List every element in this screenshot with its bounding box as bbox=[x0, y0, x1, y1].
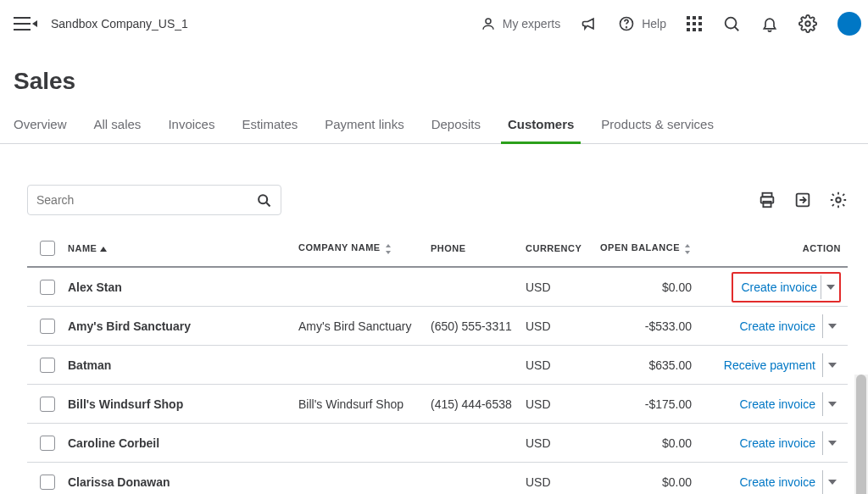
row-action-link[interactable]: Create invoice bbox=[738, 277, 821, 297]
help-icon bbox=[618, 15, 635, 32]
customer-name[interactable]: Clarissa Donawan bbox=[68, 475, 298, 489]
sales-tabs: OverviewAll salesInvoicesEstimatesPaymen… bbox=[0, 105, 868, 144]
customer-name[interactable]: Batman bbox=[68, 358, 298, 372]
customer-balance: $0.00 bbox=[597, 280, 702, 294]
gear-icon[interactable] bbox=[798, 14, 817, 33]
svg-line-7 bbox=[266, 203, 270, 206]
company-name[interactable]: Sandbox Company_US_1 bbox=[51, 17, 188, 31]
col-header-balance[interactable]: OPEN BALANCE bbox=[597, 242, 702, 253]
tab-products-services[interactable]: Products & services bbox=[601, 105, 714, 143]
top-bar: Sandbox Company_US_1 My experts Help bbox=[0, 0, 868, 47]
row-action-caret[interactable] bbox=[822, 314, 841, 338]
row-checkbox[interactable] bbox=[40, 319, 55, 334]
col-header-action: ACTION bbox=[702, 243, 848, 253]
toolbar-right bbox=[758, 191, 848, 209]
print-icon[interactable] bbox=[758, 191, 776, 209]
my-experts-label: My experts bbox=[503, 17, 560, 31]
select-all-checkbox[interactable] bbox=[40, 241, 55, 256]
tab-deposits[interactable]: Deposits bbox=[431, 105, 481, 143]
customer-balance: -$175.00 bbox=[597, 397, 702, 411]
row-action-caret[interactable] bbox=[821, 275, 839, 299]
row-action-caret[interactable] bbox=[822, 392, 841, 416]
col-header-company[interactable]: COMPANY NAME bbox=[298, 242, 431, 253]
customer-currency: USD bbox=[526, 358, 597, 372]
row-action-caret[interactable] bbox=[822, 470, 841, 494]
customers-list-area: NAME COMPANY NAME PHONE CURRENCY OPEN BA… bbox=[0, 144, 868, 494]
table-row: Alex StanUSD$0.00Create invoice bbox=[27, 268, 848, 307]
person-icon bbox=[481, 16, 496, 31]
col-header-name[interactable]: NAME bbox=[68, 243, 298, 253]
row-action-link[interactable]: Create invoice bbox=[737, 394, 820, 414]
top-right-actions: My experts Help bbox=[481, 12, 854, 36]
row-action-caret[interactable] bbox=[822, 353, 841, 377]
customer-phone: (650) 555-3311 bbox=[431, 319, 526, 333]
tab-payment-links[interactable]: Payment links bbox=[325, 105, 403, 143]
row-checkbox[interactable] bbox=[40, 280, 55, 295]
customers-table: NAME COMPANY NAME PHONE CURRENCY OPEN BA… bbox=[27, 230, 848, 494]
help-link[interactable]: Help bbox=[618, 15, 666, 32]
svg-point-2 bbox=[626, 27, 627, 28]
customer-name[interactable]: Caroline Corbeil bbox=[68, 436, 298, 450]
megaphone-icon[interactable] bbox=[581, 15, 598, 32]
help-label: Help bbox=[642, 17, 666, 31]
row-action-caret[interactable] bbox=[822, 431, 841, 455]
search-input[interactable] bbox=[36, 193, 255, 207]
row-action-link[interactable]: Receive payment bbox=[721, 355, 819, 375]
svg-line-4 bbox=[735, 27, 739, 31]
customer-balance: -$533.00 bbox=[597, 319, 702, 333]
customer-balance: $635.00 bbox=[597, 358, 702, 372]
chevron-down-icon bbox=[828, 363, 837, 368]
row-action-link[interactable]: Create invoice bbox=[737, 472, 820, 492]
customer-balance: $0.00 bbox=[597, 475, 702, 489]
customer-phone: (415) 444-6538 bbox=[431, 397, 526, 411]
customer-currency: USD bbox=[526, 319, 597, 333]
menu-toggle-icon[interactable] bbox=[14, 17, 31, 31]
tab-estimates[interactable]: Estimates bbox=[242, 105, 298, 143]
sort-icon bbox=[384, 244, 392, 254]
table-row: BatmanUSD$635.00Receive payment bbox=[27, 346, 848, 385]
chevron-down-icon bbox=[826, 285, 835, 290]
chevron-down-icon bbox=[828, 324, 837, 329]
svg-point-3 bbox=[726, 18, 737, 29]
row-action-link[interactable]: Create invoice bbox=[737, 316, 820, 336]
search-icon[interactable] bbox=[722, 14, 741, 33]
chevron-down-icon bbox=[828, 441, 837, 446]
customer-name[interactable]: Bill's Windsurf Shop bbox=[68, 397, 298, 411]
customer-currency: USD bbox=[526, 475, 597, 489]
page-title: Sales bbox=[0, 47, 868, 105]
export-icon[interactable] bbox=[793, 191, 812, 209]
customer-name[interactable]: Alex Stan bbox=[68, 280, 298, 294]
sort-icon bbox=[683, 244, 692, 254]
row-checkbox[interactable] bbox=[40, 397, 55, 412]
tab-customers[interactable]: Customers bbox=[508, 105, 574, 143]
customer-company: Bill's Windsurf Shop bbox=[298, 397, 431, 411]
tab-invoices[interactable]: Invoices bbox=[168, 105, 214, 143]
chevron-down-icon bbox=[828, 480, 837, 485]
sort-asc-icon bbox=[100, 247, 107, 252]
table-row: Clarissa DonawanUSD$0.00Create invoice bbox=[27, 463, 848, 494]
avatar[interactable] bbox=[837, 12, 861, 36]
row-action-link[interactable]: Create invoice bbox=[737, 433, 820, 453]
row-checkbox[interactable] bbox=[40, 436, 55, 451]
search-box[interactable] bbox=[27, 185, 281, 215]
table-settings-icon[interactable] bbox=[829, 191, 848, 209]
table-row: Caroline CorbeilUSD$0.00Create invoice bbox=[27, 424, 848, 463]
tab-overview[interactable]: Overview bbox=[14, 105, 67, 143]
col-header-phone[interactable]: PHONE bbox=[431, 243, 526, 253]
scrollbar-thumb[interactable] bbox=[856, 375, 866, 494]
row-checkbox[interactable] bbox=[40, 358, 55, 373]
customer-currency: USD bbox=[526, 397, 597, 411]
tab-all-sales[interactable]: All sales bbox=[94, 105, 142, 143]
apps-icon[interactable] bbox=[687, 16, 702, 31]
scrollbar-track[interactable] bbox=[854, 375, 868, 494]
svg-point-0 bbox=[486, 19, 491, 24]
search-icon[interactable] bbox=[255, 191, 272, 208]
list-toolbar bbox=[27, 185, 848, 215]
my-experts-link[interactable]: My experts bbox=[481, 16, 560, 31]
table-header: NAME COMPANY NAME PHONE CURRENCY OPEN BA… bbox=[27, 230, 848, 268]
table-row: Amy's Bird SanctuaryAmy's Bird Sanctuary… bbox=[27, 307, 848, 346]
bell-icon[interactable] bbox=[761, 15, 778, 32]
customer-name[interactable]: Amy's Bird Sanctuary bbox=[68, 319, 298, 333]
col-header-currency[interactable]: CURRENCY bbox=[526, 243, 597, 253]
row-checkbox[interactable] bbox=[40, 475, 55, 490]
